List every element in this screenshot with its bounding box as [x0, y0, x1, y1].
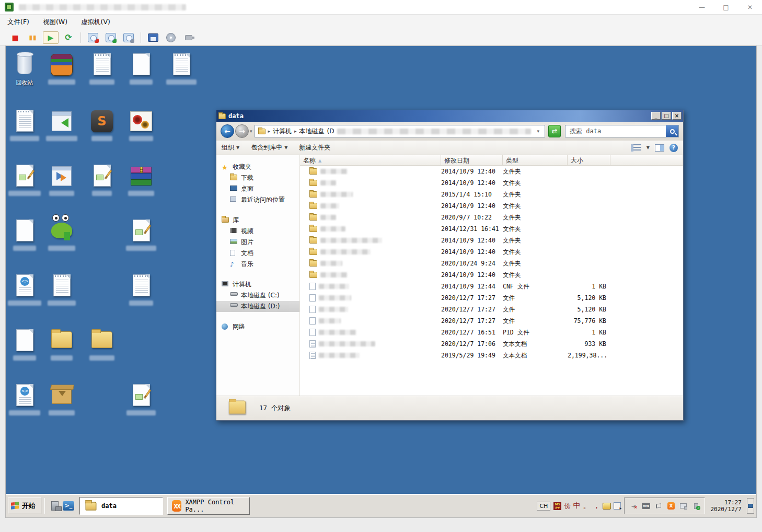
menu-item-0[interactable]: 文件(F) — [7, 18, 29, 27]
sidebar-item[interactable]: 文档 — [216, 248, 299, 259]
new-folder-button[interactable]: 新建文件夹 — [299, 143, 330, 152]
ime-punct-comma[interactable]: ， — [593, 501, 600, 511]
desktop-icon-text-file[interactable] — [163, 52, 200, 85]
desktop-icon-recycle-bin[interactable]: 回收站 — [6, 52, 43, 87]
reset-icon[interactable]: ⟳ — [61, 31, 76, 44]
back-button[interactable]: ← — [221, 124, 234, 138]
ime-punct-full[interactable]: 。 — [583, 501, 590, 511]
desktop-icon-sublime[interactable]: S — [83, 109, 121, 141]
flag-icon[interactable] — [654, 502, 663, 510]
desktop-icon-doc-edit[interactable] — [6, 164, 43, 196]
sidebar-section-1[interactable]: 库 — [216, 215, 299, 226]
desktop-icon-notepadpp[interactable] — [43, 218, 80, 251]
explorer-window[interactable]: data _ □ × ← → ▾ ▸ 计算机 ▸ — [216, 110, 684, 421]
table-row[interactable]: 2020/12/7 17:06文本文档933 KB — [300, 338, 683, 350]
preview-pane-icon[interactable] — [655, 144, 664, 152]
desktop-icon-package[interactable] — [43, 383, 80, 415]
maximize-button[interactable]: □ — [714, 0, 738, 15]
chevron-down-icon[interactable]: ▼ — [646, 145, 650, 150]
taskbar-button-data[interactable]: data — [79, 497, 163, 515]
usb-settings-icon[interactable] — [181, 31, 197, 44]
help-icon[interactable]: ? — [669, 144, 678, 152]
sidebar-item[interactable]: 图片 — [216, 237, 299, 248]
sidebar-item[interactable]: 下载 — [216, 172, 299, 183]
forward-button[interactable]: → — [235, 124, 249, 138]
desktop-icon-doc-edit[interactable] — [122, 383, 160, 415]
sidebar-item[interactable]: 视频 — [216, 226, 299, 237]
table-row[interactable]: 2020/12/7 17:27文件5,120 KB — [300, 304, 683, 315]
ime-logo-icon[interactable]: MSPY — [553, 502, 561, 510]
sidebar-item[interactable]: 最近访问的位置 — [216, 194, 299, 205]
address-dropdown-icon[interactable]: ▾ — [537, 129, 539, 134]
pause-icon[interactable]: ▮▮ — [25, 31, 41, 44]
sidebar-item[interactable]: 桌面 — [216, 183, 299, 194]
revert-snapshot-icon[interactable] — [103, 31, 119, 44]
desktop-icon-archive-colorful[interactable] — [43, 52, 80, 85]
start-button[interactable]: 开始 — [8, 498, 41, 514]
column-name[interactable]: 名称▲ — [300, 155, 441, 165]
desktop-icon-media-app[interactable] — [43, 164, 80, 196]
vmware-tray-icon[interactable]: vm — [641, 502, 650, 510]
sidebar-section-2[interactable]: 计算机 — [216, 279, 299, 290]
sidebar-item[interactable]: 本地磁盘 (D:) — [216, 301, 299, 312]
soft-keyboard-icon[interactable] — [603, 503, 611, 510]
power-off-icon[interactable]: ■ — [7, 31, 23, 44]
sidebar-item[interactable]: ♪音乐 — [216, 259, 299, 270]
sidebar-section-3[interactable]: 网络 — [216, 321, 299, 332]
desktop-icon-html-file[interactable]: <> — [6, 383, 43, 415]
table-row[interactable]: 2014/10/9 12:40文件夹 — [300, 166, 683, 177]
desktop-icon-plain-file[interactable] — [122, 52, 160, 85]
desktop-icon-installer[interactable] — [43, 109, 80, 141]
refresh-button[interactable]: ⇄ — [548, 125, 561, 137]
desktop-icon-html-file[interactable]: <> — [6, 273, 43, 306]
desktop-icon-plain-file[interactable] — [6, 328, 43, 361]
explorer-minimize-button[interactable]: _ — [651, 112, 661, 120]
table-row[interactable]: 2014/10/9 12:40文件夹 — [300, 246, 683, 258]
taskbar-button-xampp-control-pa---[interactable]: XXXAMPP Control Pa... — [167, 497, 250, 515]
close-button[interactable]: ✕ — [738, 0, 762, 15]
play-icon[interactable]: ▶ — [43, 31, 59, 44]
table-row[interactable]: 2015/1/4 15:10文件夹 — [300, 189, 683, 200]
address-field[interactable]: ▸ 计算机 ▸ 本地磁盘 (D ▾ — [255, 125, 545, 137]
column-extra[interactable] — [610, 155, 683, 165]
explorer-titlebar[interactable]: data _ □ × — [216, 110, 683, 122]
change-view-icon[interactable] — [631, 144, 641, 152]
sidebar-section-0[interactable]: ★收藏夹 — [216, 161, 299, 172]
column-size[interactable]: 大小 — [568, 155, 610, 165]
show-desktop-button[interactable] — [747, 498, 754, 514]
table-row[interactable]: 2020/10/24 9:24文件夹 — [300, 258, 683, 269]
table-row[interactable]: 2020/12/7 17:27文件75,776 KB — [300, 315, 683, 327]
table-row[interactable]: 2019/5/29 19:49文本文档2,199,38... — [300, 350, 683, 361]
search-input[interactable]: 搜索 data — [565, 125, 679, 137]
table-row[interactable]: 2014/10/9 12:44CNF 文件1 KB — [300, 281, 683, 292]
desktop-icon-text-file[interactable] — [122, 273, 160, 306]
usb-safe-remove-icon[interactable]: ✓ — [691, 502, 700, 510]
ime-menu-icon[interactable] — [614, 502, 621, 510]
desktop-icon-image-file[interactable] — [122, 109, 160, 141]
include-in-library-button[interactable]: 包含到库中▼ — [251, 143, 287, 152]
search-button[interactable] — [666, 125, 678, 137]
server-manager-icon[interactable] — [48, 499, 62, 513]
history-dropdown-icon[interactable]: ▾ — [250, 129, 252, 134]
desktop-icon-text-file[interactable] — [43, 273, 80, 306]
table-row[interactable]: 2014/12/31 16:41文件夹 — [300, 223, 683, 235]
tray-clock[interactable]: 17:27 2020/12/7 — [708, 499, 744, 513]
explorer-maximize-button[interactable]: □ — [662, 112, 671, 120]
table-row[interactable]: 2014/10/9 12:40文件夹 — [300, 200, 683, 212]
desktop-icon-folder[interactable] — [43, 328, 80, 361]
column-date[interactable]: 修改日期 — [441, 155, 503, 165]
menu-item-2[interactable]: 虚拟机(V) — [81, 18, 110, 27]
column-type[interactable]: 类型 — [503, 155, 568, 165]
desktop-icon-text-file[interactable] — [6, 109, 43, 141]
desktop-icon-winrar[interactable] — [122, 164, 160, 196]
mute-icon[interactable]: ◄✕ — [629, 502, 638, 510]
explorer-close-button[interactable]: × — [672, 112, 682, 120]
powershell-icon[interactable]: >_ — [62, 499, 75, 513]
table-row[interactable]: 2020/12/7 16:51PID 文件1 KB — [300, 327, 683, 338]
table-row[interactable]: 2020/12/7 17:27文件5,120 KB — [300, 292, 683, 304]
floppy-settings-icon[interactable] — [145, 31, 161, 44]
table-row[interactable]: 2014/10/9 12:40文件夹 — [300, 177, 683, 189]
menu-item-1[interactable]: 视图(W) — [43, 18, 67, 27]
desktop-icon-doc-edit[interactable] — [83, 164, 121, 196]
desktop-icon-doc-edit[interactable] — [122, 218, 160, 251]
